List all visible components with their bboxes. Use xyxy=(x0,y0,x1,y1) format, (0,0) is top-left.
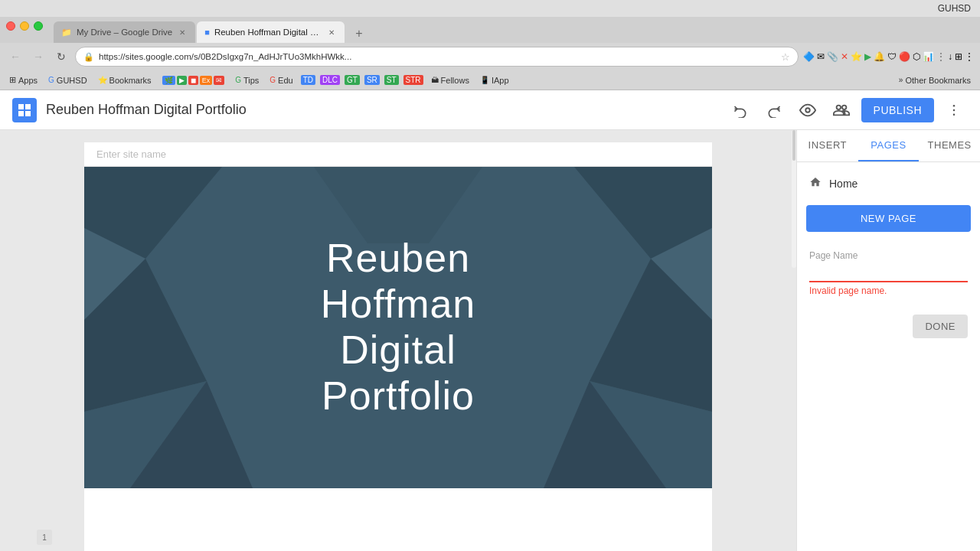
svg-point-4 xyxy=(805,108,810,112)
page-name-input[interactable] xyxy=(809,262,968,282)
page-name-form: Page Name Invalid page name. DONE xyxy=(797,238,980,350)
guhsd-icon: G xyxy=(48,76,54,84)
page-item-home[interactable]: Home xyxy=(797,168,980,199)
address-input-container[interactable]: 🔒 https://sites.google.com/s/0B2DsIgxg7n… xyxy=(75,47,799,67)
ext2-icon[interactable]: ✉ xyxy=(817,51,825,62)
ext-more-icon[interactable]: ⋮ xyxy=(936,51,946,62)
ext1-icon[interactable]: 🔷 xyxy=(803,51,815,62)
panel-tabs: INSERT PAGES THEMES xyxy=(797,130,980,162)
bookmark-fellows[interactable]: 🏔 Fellows xyxy=(428,74,472,86)
tab1-close[interactable]: ✕ xyxy=(177,27,188,37)
bookmark-bookmarks-label: Bookmarks xyxy=(109,76,152,85)
header-actions: PUBLISH xyxy=(727,96,968,124)
bm-icon-st[interactable]: ST xyxy=(384,75,399,85)
svg-point-5 xyxy=(953,104,956,106)
tab-sites[interactable]: ■ Reuben Hoffman Digital Portfo… ✕ xyxy=(197,21,345,43)
svg-point-7 xyxy=(953,113,956,116)
bookmark-tips[interactable]: G Tips xyxy=(232,74,262,86)
bm-icon4[interactable]: Ex xyxy=(200,76,213,85)
bm-icon3[interactable]: ◼ xyxy=(188,76,198,85)
editor-area: Enter site name xyxy=(0,130,796,551)
preview-button[interactable] xyxy=(794,96,822,124)
bm-icon-sr[interactable]: SR xyxy=(364,75,380,85)
ext7-icon[interactable]: 🔔 xyxy=(874,51,885,62)
bm-icon5[interactable]: ✉ xyxy=(214,76,224,85)
new-tab-button[interactable]: + xyxy=(349,24,369,43)
bookmark-other[interactable]: » Other Bookmarks xyxy=(896,74,974,86)
tab-insert[interactable]: INSERT xyxy=(797,130,858,161)
app-area: Reuben Hoffman Digital Portfolio xyxy=(0,90,980,551)
add-collaborator-button[interactable] xyxy=(828,96,855,124)
bookmark-iapp[interactable]: 📱 IApp xyxy=(477,74,512,86)
site-name-bar[interactable]: Enter site name xyxy=(84,142,712,167)
lock-icon: 🔒 xyxy=(83,52,94,62)
panel-scrollbar-thumb[interactable] xyxy=(792,130,795,161)
site-name-placeholder: Enter site name xyxy=(96,148,166,160)
redo-button[interactable] xyxy=(760,96,788,124)
traffic-lights xyxy=(6,21,43,31)
svg-rect-3 xyxy=(25,111,31,116)
back-button[interactable]: ← xyxy=(6,47,24,66)
error-message: Invalid page name. xyxy=(809,285,968,296)
done-button[interactable]: DONE xyxy=(913,315,968,338)
ext12-icon[interactable]: ↓ xyxy=(948,51,952,62)
bookmark-apps[interactable]: ⊞ Apps xyxy=(6,73,41,86)
tab1-favicon: 📁 xyxy=(61,28,72,37)
bookmark-edu-label: Edu xyxy=(278,76,293,85)
hero-section[interactable]: Reuben Hoffman Digital Portfolio xyxy=(84,167,712,488)
tab-google-drive[interactable]: 📁 My Drive – Google Drive ✕ xyxy=(54,21,195,43)
ext9-icon[interactable]: 🔴 xyxy=(899,51,910,62)
publish-button[interactable]: PUBLISH xyxy=(861,98,934,122)
bookmark-guhsd[interactable]: G GUHSD xyxy=(45,74,90,86)
home-icon xyxy=(809,176,822,191)
chrome-menu-icon[interactable]: ⋮ xyxy=(965,51,974,62)
ext5-icon[interactable]: ⭐ xyxy=(851,51,862,62)
page-name-label: Page Name xyxy=(809,250,968,261)
bookmark-edu[interactable]: G Edu xyxy=(266,74,296,86)
bookmark-other-label: Other Bookmarks xyxy=(905,76,971,85)
minimize-light[interactable] xyxy=(20,21,29,31)
ext8-icon[interactable]: 🛡 xyxy=(887,51,897,62)
forward-button[interactable]: → xyxy=(29,47,47,66)
bookmark-bookmarks[interactable]: ⭐ Bookmarks xyxy=(95,74,155,86)
ext11-icon[interactable]: 📊 xyxy=(923,51,934,62)
close-light[interactable] xyxy=(6,21,15,31)
content-section[interactable] xyxy=(84,488,712,551)
new-page-button[interactable]: NEW PAGE xyxy=(806,205,971,232)
panel-content: Home NEW PAGE Page Name Invalid page nam… xyxy=(797,162,980,551)
tab2-close[interactable]: ✕ xyxy=(326,27,337,37)
star-bm-icon: ⭐ xyxy=(98,76,107,84)
bm-icon-str[interactable]: STR xyxy=(403,75,423,85)
bm-icon-gt[interactable]: GT xyxy=(345,75,360,85)
fellows-icon: 🏔 xyxy=(431,76,439,84)
star-icon[interactable]: ☆ xyxy=(781,51,790,63)
tab-bar: 📁 My Drive – Google Drive ✕ ■ Reuben Hof… xyxy=(0,17,980,43)
page-title: Reuben Hoffman Digital Portfolio xyxy=(46,102,717,118)
tab-pages[interactable]: PAGES xyxy=(858,130,920,161)
page-canvas: Enter site name xyxy=(84,142,712,551)
other-bookmarks-icon: » xyxy=(899,76,903,84)
ext3-icon[interactable]: 📎 xyxy=(827,51,838,62)
svg-point-6 xyxy=(953,109,956,111)
maximize-light[interactable] xyxy=(34,21,43,31)
bm-icon1[interactable]: 🌿 xyxy=(162,76,175,85)
bookmark-tips-label: Tips xyxy=(243,76,259,85)
bm-icon-dlc[interactable]: DLC xyxy=(320,75,340,85)
bookmark-guhsd-label: GUHSD xyxy=(57,76,87,85)
url-text: https://sites.google.com/s/0B2DsIgxg7n_A… xyxy=(99,52,776,61)
reload-button[interactable]: ↻ xyxy=(52,47,70,66)
ext13-icon[interactable]: ⊞ xyxy=(955,51,962,62)
bm-icon2[interactable]: ▶ xyxy=(177,76,187,85)
more-options-button[interactable] xyxy=(940,96,968,124)
bm-icon-td[interactable]: TD xyxy=(301,75,315,85)
ext4-icon[interactable]: ✕ xyxy=(841,51,848,62)
undo-button[interactable] xyxy=(727,96,754,124)
ext6-icon[interactable]: ▶ xyxy=(864,51,871,62)
sites-logo xyxy=(12,98,37,122)
tab2-label: Reuben Hoffman Digital Portfo… xyxy=(214,28,322,37)
ext10-icon[interactable]: ⬡ xyxy=(913,51,920,62)
edu-icon: G xyxy=(270,76,276,84)
tab-themes[interactable]: THEMES xyxy=(919,130,980,161)
page-item-home-label: Home xyxy=(829,178,858,190)
tab2-favicon: ■ xyxy=(204,28,210,37)
